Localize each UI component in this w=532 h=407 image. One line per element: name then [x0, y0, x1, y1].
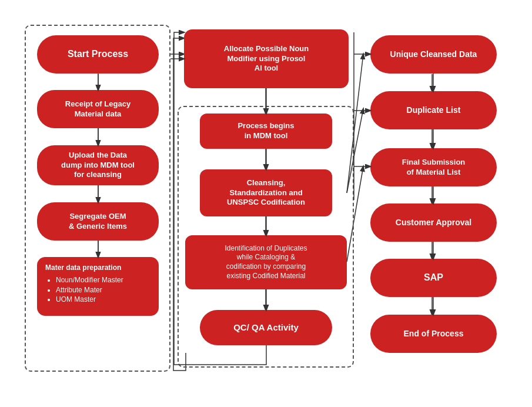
receipt-node: Receipt of LegacyMaterial data [37, 90, 159, 128]
start-process-node: Start Process [37, 35, 159, 74]
flowchart: Start Process Receipt of LegacyMaterial … [0, 0, 532, 407]
segregate-node: Segregate OEM& Generic Items [37, 202, 159, 241]
upload-node: Upload the Datadump into MDM toolfor cle… [37, 145, 159, 185]
final-node: Final Submissionof Material List [370, 148, 497, 186]
master-node: Mater data preparation Noun/Modifier Mas… [37, 257, 159, 316]
identification-node: Identification of Duplicateswhile Catalo… [185, 235, 347, 289]
sap-node: SAP [370, 259, 497, 297]
mdm-node: Process beginsin MDM tool [200, 114, 332, 149]
left-dashed-box [25, 25, 170, 372]
end-node: End of Process [370, 315, 497, 353]
cleansing-node: Cleansing,Standardization andUNSPSC Codi… [200, 169, 332, 216]
qcqa-node: QC/ QA Activity [200, 310, 332, 345]
approval-node: Customer Approval [370, 204, 497, 242]
unique-node: Unique Cleansed Data [370, 35, 497, 74]
duplicate-node: Duplicate List [370, 91, 497, 129]
allocate-node: Allocate Possible NounModifier using Pro… [184, 29, 349, 88]
